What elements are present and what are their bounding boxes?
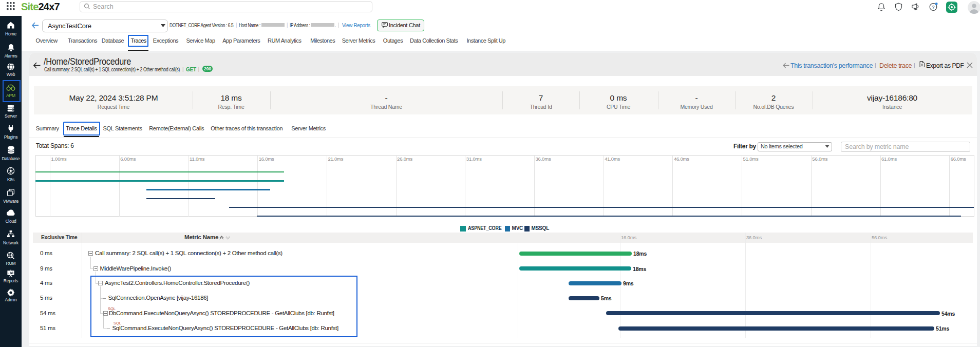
svg-text:?: ?	[932, 4, 934, 10]
